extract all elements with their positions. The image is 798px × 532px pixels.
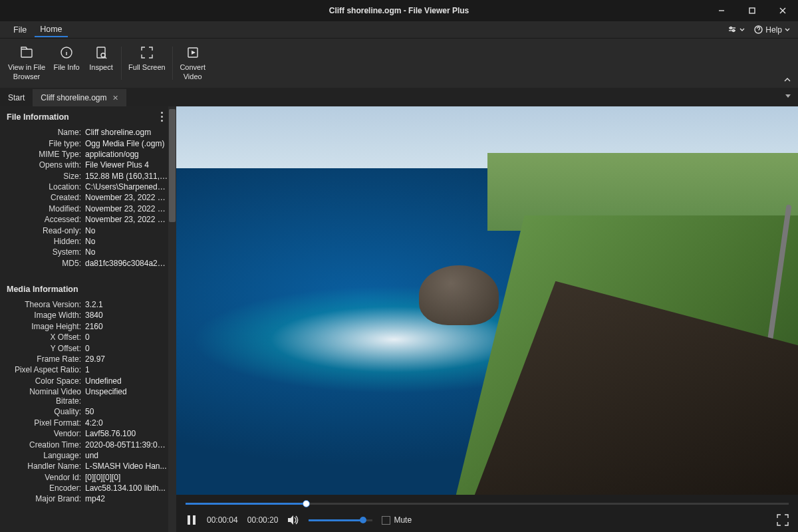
tabstrip-overflow-button[interactable] bbox=[785, 92, 791, 101]
menu-file[interactable]: File bbox=[8, 23, 32, 37]
chevron-up-icon bbox=[783, 76, 791, 83]
info-value: 0 bbox=[85, 344, 170, 353]
menubar: File Home Help bbox=[0, 21, 798, 39]
info-label: Creation Time: bbox=[7, 440, 85, 450]
maximize-button[interactable] bbox=[737, 0, 767, 21]
info-row: File type:Ogg Media File (.ogm) bbox=[0, 138, 176, 148]
mute-checkbox[interactable]: Mute bbox=[382, 515, 412, 525]
info-row: Name:Cliff shoreline.ogm bbox=[0, 127, 176, 138]
info-label: Name: bbox=[7, 128, 85, 137]
time-duration: 00:00:20 bbox=[247, 515, 279, 525]
info-row: Hidden:No bbox=[0, 236, 176, 247]
info-row: Quality:50 bbox=[0, 406, 176, 417]
info-row: Language:und bbox=[0, 450, 176, 461]
info-value: 3.2.1 bbox=[85, 300, 170, 309]
info-value: Cliff shoreline.ogm bbox=[85, 128, 170, 137]
info-row: System:No bbox=[0, 247, 176, 257]
inspect-button[interactable]: Inspect bbox=[84, 44, 118, 74]
svg-marker-22 bbox=[288, 515, 293, 525]
section-menu-button[interactable] bbox=[161, 112, 163, 122]
svg-rect-10 bbox=[21, 49, 32, 57]
info-value: 0 bbox=[85, 332, 170, 342]
info-label: Image Width: bbox=[7, 311, 85, 320]
info-value: C:\Users\SharpenedProducti... bbox=[85, 182, 170, 192]
info-row: Handler Name:L-SMASH Video Han... bbox=[0, 461, 176, 471]
collapse-ribbon-button[interactable] bbox=[783, 76, 791, 85]
view-in-file-browser-button[interactable]: View in File Browser bbox=[4, 44, 49, 83]
info-value: 3840 bbox=[85, 311, 170, 320]
svg-rect-1 bbox=[749, 8, 755, 13]
video-controls: 00:00:04 00:00:20 Mute bbox=[176, 495, 798, 532]
video-frame[interactable] bbox=[176, 106, 798, 495]
info-row: Theora Version:3.2.1 bbox=[0, 299, 176, 310]
info-label: Encoder: bbox=[7, 483, 85, 493]
info-label: Major Brand: bbox=[7, 494, 85, 503]
tab-close-button[interactable]: ✕ bbox=[112, 94, 118, 102]
file-info-header: File Information bbox=[0, 106, 176, 127]
titlebar: Cliff shoreline.ogm - File Viewer Plus bbox=[0, 0, 798, 21]
convert-video-button[interactable]: Convert Video bbox=[176, 44, 210, 83]
tool-label: Convert Video bbox=[180, 63, 205, 82]
convert-video-icon bbox=[187, 47, 199, 59]
tool-label: File Info bbox=[53, 63, 79, 72]
info-label: Accessed: bbox=[7, 215, 85, 224]
ribbon-toolbar: View in File Browser File Info Inspect F… bbox=[0, 39, 798, 88]
info-value: Ogg Media File (.ogm) bbox=[85, 139, 170, 148]
fullscreen-icon bbox=[141, 47, 153, 59]
section-title: File Information bbox=[7, 112, 69, 122]
minimize-button[interactable] bbox=[706, 0, 737, 21]
checkbox-icon bbox=[382, 516, 390, 525]
pause-button[interactable] bbox=[186, 514, 198, 526]
speaker-icon bbox=[287, 515, 299, 525]
info-value: 1 bbox=[85, 365, 170, 374]
volume-button[interactable] bbox=[287, 514, 299, 526]
info-label: X Offset: bbox=[7, 332, 85, 342]
help-menu-button[interactable]: Help bbox=[754, 25, 790, 35]
volume-slider[interactable] bbox=[309, 519, 372, 521]
info-value: 2160 bbox=[85, 322, 170, 331]
info-label: Read-only: bbox=[7, 226, 85, 235]
info-row: Major Brand:mp42 bbox=[0, 493, 176, 504]
settings-menu-button[interactable] bbox=[728, 26, 745, 34]
menu-home[interactable]: Home bbox=[35, 23, 67, 37]
time-elapsed: 00:00:04 bbox=[207, 515, 238, 525]
info-value: 4:2:0 bbox=[85, 418, 170, 428]
window-title: Cliff shoreline.ogm - File Viewer Plus bbox=[329, 6, 469, 15]
info-label: Vendor Id: bbox=[7, 473, 85, 482]
info-row: Y Offset:0 bbox=[0, 342, 176, 353]
info-label: Quality: bbox=[7, 407, 85, 416]
toolbar-separator bbox=[172, 47, 173, 80]
info-value: 29.97 bbox=[85, 354, 170, 364]
info-value: November 23, 2022 2:14 PM bbox=[85, 193, 170, 202]
fullscreen-video-button[interactable] bbox=[777, 514, 789, 526]
info-value: November 23, 2022 2:17 PM bbox=[85, 215, 170, 224]
full-screen-button[interactable]: Full Screen bbox=[124, 44, 170, 74]
inspect-icon bbox=[95, 46, 107, 59]
info-label: Pixel Format: bbox=[7, 418, 85, 428]
info-label: Location: bbox=[7, 182, 85, 192]
info-row: Modified:November 23, 2022 2:13 PM bbox=[0, 203, 176, 214]
seek-bar[interactable] bbox=[186, 499, 789, 508]
svg-rect-21 bbox=[193, 515, 196, 525]
close-button[interactable] bbox=[767, 0, 798, 21]
info-row: Pixel Format:4:2:0 bbox=[0, 418, 176, 428]
close-icon bbox=[779, 7, 786, 14]
info-value: No bbox=[85, 247, 170, 257]
section-title: Media Information bbox=[7, 285, 78, 294]
chevron-down-icon bbox=[785, 27, 790, 33]
scrollbar-thumb[interactable] bbox=[169, 109, 176, 222]
file-info-button[interactable]: File Info bbox=[49, 44, 84, 74]
tool-label: Inspect bbox=[89, 63, 112, 72]
video-panel: 00:00:04 00:00:20 Mute bbox=[176, 106, 798, 532]
tab-file[interactable]: Cliff shoreline.ogm ✕ bbox=[33, 89, 126, 106]
info-icon bbox=[60, 46, 73, 59]
svg-marker-18 bbox=[192, 51, 196, 55]
tab-start[interactable]: Start bbox=[0, 89, 33, 106]
info-value: 152.88 MB (160,311,402 bytes) bbox=[85, 172, 170, 181]
info-label: File type: bbox=[7, 139, 85, 148]
info-label: Hidden: bbox=[7, 237, 85, 246]
info-value: da81fc3896c3084a24ea5c760... bbox=[85, 259, 170, 268]
sidebar-scrollbar[interactable] bbox=[168, 106, 176, 532]
info-row: MIME Type:application/ogg bbox=[0, 149, 176, 160]
mute-label: Mute bbox=[394, 515, 412, 525]
